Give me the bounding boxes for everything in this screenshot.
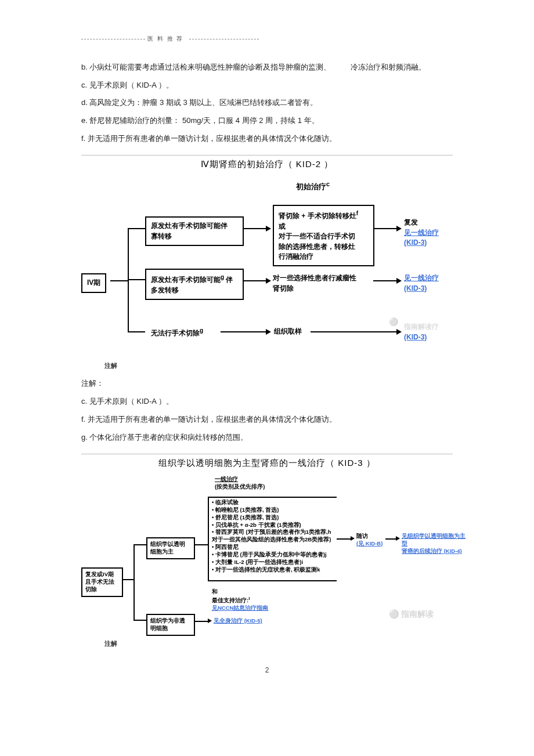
d2-footlabel: 注解 — [104, 639, 117, 648]
d2-header: 一线治疗 (按类别及优先排序) — [215, 476, 265, 491]
notes-mid-intro: 注解： — [81, 377, 453, 391]
d1-out1: 复发 见一线治疗 (KID-3) — [404, 218, 439, 248]
d1-mid2-l2: 肾切除 — [273, 284, 369, 294]
diagram-kid2: 初始治疗c IV期 原发灶有手术切除可能伴 寡转移 肾切除 + 手术切除转移灶f… — [81, 176, 453, 373]
d2-followup: 随访 (见 KID-B) — [356, 533, 383, 548]
note-b-right: 冷冻治疗和射频消融。 — [351, 60, 426, 75]
d1-branch1-l1: 原发灶有手术切除可能伴 — [151, 221, 238, 231]
d2-start-l2: 且手术无法 — [85, 578, 119, 586]
d2-out-link[interactable]: 见组织学以透明细胞为主型 肾癌的后续治疗 (KID-4) — [402, 533, 466, 555]
d2-header-l1: 一线治疗 — [215, 476, 265, 483]
d2-branch-b-link[interactable]: 见全身治疗 (KID-5) — [214, 617, 262, 625]
section2-title: 组织学以透明细胞为主型肾癌的一线治疗（ KID-3 ） — [81, 458, 453, 469]
d1-out1-c[interactable]: (KID-3) — [404, 238, 439, 248]
notes-mid-f: f. 并无适用于所有患者的单一随访计划，应根据患者的具体情况个体化随访。 — [81, 413, 453, 427]
d1-branch2-l3: 多发转移 — [151, 285, 238, 295]
notes-mid-block: 注解： c. 见手术原则（ KID-A ）。 f. 并无适用于所有患者的单一随访… — [81, 377, 453, 444]
d1-out1-b[interactable]: 见一线治疗 — [404, 228, 439, 238]
d2-out-link-l2: 肾癌的后续治疗 (KID-4) — [402, 548, 466, 555]
d1-mid1-l4: 除的选择性患者，转移灶 — [279, 242, 369, 252]
d1-mid2-l1: 对一些选择性患者行减瘤性 — [273, 273, 369, 283]
d1-out2: 见一线治疗 (KID-3) — [404, 273, 439, 294]
note-b-left: b. 小病灶可能需要考虑通过活检来明确恶性肿瘤的诊断及指导肿瘤的监测、 — [81, 60, 348, 75]
d1-mid1: 肾切除 + 手术切除转移灶f 或 对于一些不适合行手术切 除的选择性患者，转移灶… — [273, 205, 374, 266]
d2-start: 复发或IV期 且手术无法 切除 — [81, 567, 123, 596]
d2-header-l2: (按类别及优先排序) — [215, 483, 265, 491]
d1-branch1-l2: 寡转移 — [151, 231, 238, 241]
divider2 — [81, 454, 453, 454]
d1-out3: 指南解读疗 (KID-3) — [404, 322, 439, 342]
d2-branch-a-l2: 细胞为主 — [150, 548, 191, 556]
d1-out3-b[interactable]: (KID-3) — [404, 332, 439, 342]
d1-mid1-l3: 对于一些不适合行手术切 — [279, 231, 369, 241]
page-header: 医 料 推 荐 — [81, 35, 453, 43]
notes-mid-g: g. 个体化治疗基于患者的症状和病灶转移的范围。 — [81, 431, 453, 445]
d2-start-l3: 切除 — [85, 586, 119, 594]
d1-start-text: IV期 — [87, 278, 100, 287]
d1-mid3: 组织取样 — [274, 327, 302, 337]
d1-header-sup: c — [326, 180, 330, 187]
d2-best-support: 最佳支持治疗:l — [212, 596, 268, 605]
watermark-icon: ⚪ 指南解读 — [389, 609, 434, 620]
note-f: f. 并无适用于所有患者的单一随访计划，应根据患者的具体情况个体化随访。 — [81, 132, 453, 146]
d2-branch-a: 组织学以透明 细胞为主 — [146, 537, 195, 559]
d1-footlabel: 注解 — [104, 361, 117, 370]
notes-top-block: b. 小病灶可能需要考虑通过活检来明确恶性肿瘤的诊断及指导肿瘤的监测、 冷冻治疗… — [81, 60, 453, 146]
d1-out2-b[interactable]: (KID-3) — [404, 284, 439, 294]
note-e: e. 舒尼替尼辅助治疗的剂量： 50mg/天，口服 4 周停 2 周，持续 1 … — [81, 114, 453, 128]
d1-mid2: 对一些选择性患者行减瘤性 肾切除 — [273, 273, 369, 294]
d1-mid1-l1: 肾切除 + 手术切除转移灶f — [279, 209, 369, 221]
d2-and-block: 和 最佳支持治疗:l 见NCCN姑息治疗指南 — [212, 588, 268, 612]
header-label: 医 料 推 荐 — [147, 35, 183, 43]
note-b: b. 小病灶可能需要考虑通过活检来明确恶性肿瘤的诊断及指导肿瘤的监测、 冷冻治疗… — [81, 60, 453, 75]
d1-branch2-l1: 原发灶有手术切除可能g 伴 — [151, 273, 238, 285]
page-number: 2 — [81, 666, 453, 674]
d1-header: 初始治疗c — [296, 180, 330, 192]
d2-followup-sub[interactable]: (见 KID-B) — [356, 540, 383, 548]
d1-mid1-l5: 行消融治疗 — [279, 252, 369, 262]
d2-out-link-l1: 见组织学以透明细胞为主型 — [402, 533, 466, 548]
notes-mid-c: c. 见手术原则（ KID-A ）。 — [81, 395, 453, 409]
d1-out2-a[interactable]: 见一线治疗 — [404, 273, 439, 283]
d1-start: IV期 — [81, 273, 106, 292]
d2-nccn-link[interactable]: 见NCCN姑息治疗指南 — [212, 605, 268, 612]
watermark-text: 指南解读 — [401, 609, 434, 618]
d2-branch-b: 组织学为非透 明细胞 — [146, 614, 195, 636]
d1-out3-a: 指南解读疗 — [404, 322, 439, 332]
d2-branch-b-l1: 组织学为非透 — [150, 617, 191, 625]
d1-mid1-l2: 或 — [279, 222, 369, 231]
note-c: c. 见手术原则（ KID-A ）。 — [81, 78, 453, 93]
section1-title: Ⅳ期肾癌的初始治疗（ KID-2 ） — [81, 159, 453, 170]
diagram-kid3: 一线治疗 (按类别及优先排序) 复发或IV期 且手术无法 切除 组织学以透明 细… — [81, 475, 453, 649]
d2-and-label: 和 — [212, 588, 268, 596]
note-d: d. 高风险定义为：肿瘤 3 期或 3 期以上、区域淋巴结转移或二者皆有。 — [81, 96, 453, 110]
d1-branch1: 原发灶有手术切除可能伴 寡转移 — [145, 216, 244, 246]
d1-header-text: 初始治疗 — [296, 183, 326, 191]
d2-start-l1: 复发或IV期 — [85, 571, 119, 578]
d1-out1-a: 复发 — [404, 218, 439, 227]
d2-followup-label: 随访 — [356, 533, 383, 540]
divider — [81, 155, 453, 155]
d2-branch-b-l2: 明细胞 — [150, 625, 191, 632]
d1-branch3: 无法行手术切除g — [151, 327, 203, 338]
d2-branch-a-l1: 组织学以透明 — [150, 541, 191, 548]
d1-branch2: 原发灶有手术切除可能g 伴 多发转移 — [145, 269, 244, 300]
